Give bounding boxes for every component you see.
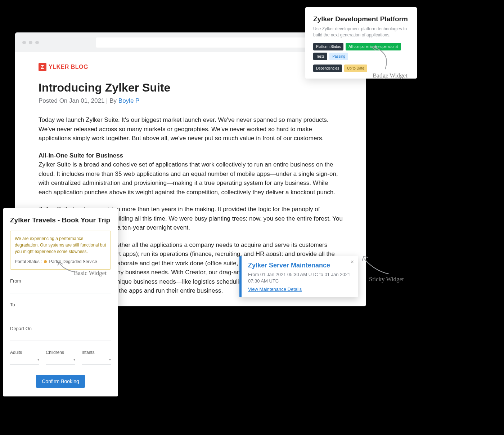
children-dropdown[interactable] — [46, 357, 75, 365]
author-link[interactable]: Boyle P — [118, 97, 140, 104]
children-label: Childrens — [46, 350, 64, 355]
logo-icon: Z — [39, 63, 46, 71]
badge-card-title: Zylker Development Platform — [313, 15, 409, 23]
close-icon[interactable]: × — [351, 259, 354, 265]
paragraph: Today we launch Zylker Suite. It's our b… — [39, 115, 343, 143]
children-select: Childrens — [46, 349, 75, 365]
platform-status-label: Platform Status — [313, 43, 343, 50]
window-dot — [29, 41, 32, 44]
posted-date: Jan 01, 2021 — [69, 97, 104, 104]
badge-card-sub: Use Zylker development platform technolo… — [313, 26, 409, 39]
tests-value: Passing — [329, 53, 348, 60]
posted-prefix: Posted On — [39, 97, 69, 104]
to-label: To — [10, 302, 15, 307]
infants-dropdown[interactable] — [82, 357, 111, 365]
from-label: From — [10, 278, 21, 284]
adults-select: Adults — [10, 349, 39, 365]
by-prefix: | By — [104, 97, 118, 104]
from-input[interactable] — [10, 285, 111, 293]
infants-label: Infants — [82, 350, 95, 355]
blog-logo: Z YLKER BLOG — [39, 63, 343, 71]
passenger-row: Adults Childrens Infants — [10, 349, 111, 365]
post-meta: Posted On Jan 01, 2021 | By Boyle P — [39, 97, 343, 105]
sticky-link[interactable]: View Maintenance Details — [248, 287, 302, 292]
deps-label: Dependencies — [313, 65, 342, 72]
confirm-booking-button[interactable]: Confirm Booking — [36, 375, 85, 388]
badge-widget-label: Badge Widget — [373, 72, 408, 79]
arrow-icon — [367, 44, 396, 73]
tests-label: Tests — [313, 53, 327, 60]
window-dot — [22, 41, 26, 44]
adults-label: Adults — [10, 350, 22, 355]
depart-label: Depart On — [10, 326, 32, 331]
sticky-sub: From 01 Jan 2021 05:30 AM UTC to 01 Jan … — [248, 271, 352, 284]
from-field: From — [10, 278, 111, 293]
paragraph: Zylker Suite is a broad and cohesive set… — [39, 161, 338, 196]
arrow-icon — [360, 252, 392, 278]
to-field: To — [10, 301, 111, 317]
sticky-widget-label: Sticky Widget — [369, 276, 404, 283]
adults-dropdown[interactable] — [10, 357, 39, 365]
status-label: Portal Status : — [15, 258, 42, 265]
sticky-title: Zylker Server Maintenance — [248, 262, 352, 269]
depart-input[interactable] — [10, 333, 111, 341]
basic-widget-label: Basic Widget — [74, 270, 107, 277]
window-dot — [35, 41, 39, 44]
badge-widget-card: Zylker Development Platform Use Zylker d… — [305, 7, 417, 79]
sticky-widget-card: × Zylker Server Maintenance From 01 Jan … — [239, 256, 358, 297]
section-heading: All-in-One Suite for Business — [39, 152, 123, 159]
status-dot-icon — [44, 260, 47, 263]
infants-select: Infants — [82, 349, 111, 365]
depart-field: Depart On — [10, 325, 111, 341]
travel-title: Zylker Travels - Book Your Trip — [10, 216, 111, 224]
to-input[interactable] — [10, 309, 111, 317]
travel-booking-card: Zylker Travels - Book Your Trip We are e… — [3, 208, 118, 396]
deps-value: Up to Date — [344, 65, 367, 72]
page-title: Introducing Zylker Suite — [39, 81, 343, 94]
logo-text: YLKER BLOG — [49, 64, 88, 70]
warning-text: We are experiencing a performance degrad… — [15, 235, 106, 255]
